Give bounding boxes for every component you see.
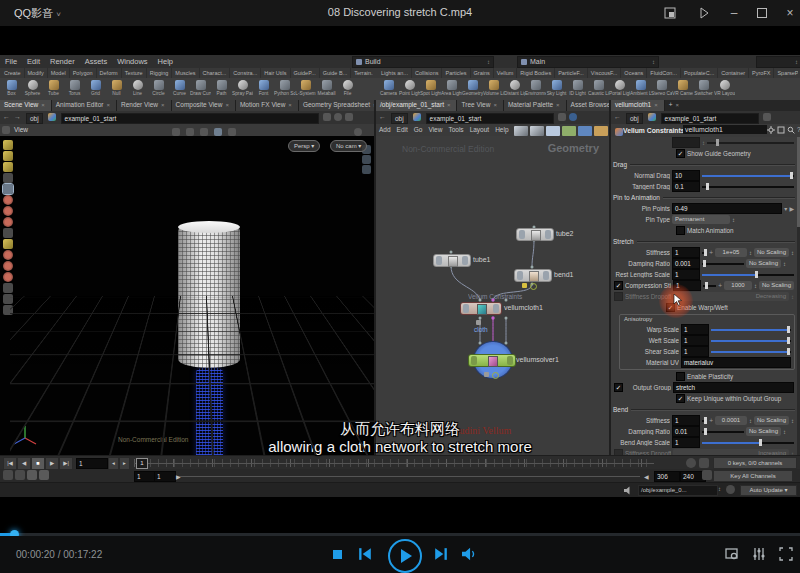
speaker-icon[interactable] bbox=[624, 486, 633, 495]
param-slider[interactable] bbox=[702, 171, 794, 180]
stepper-icon[interactable]: ↕ bbox=[718, 486, 721, 492]
path-node[interactable]: example_01_start bbox=[426, 113, 554, 124]
stop-button[interactable] bbox=[333, 550, 342, 559]
shelf-tab[interactable]: Modify bbox=[25, 68, 48, 78]
param-field[interactable]: 10 bbox=[672, 170, 700, 181]
pick-arrow-icon[interactable]: ▶ bbox=[789, 205, 794, 212]
key-camera-icon[interactable] bbox=[702, 470, 712, 480]
camera-list-icon[interactable] bbox=[362, 155, 371, 164]
shelf-tool[interactable]: L-System bbox=[295, 79, 316, 96]
select-objects-icon[interactable] bbox=[172, 128, 180, 136]
select-points-icon[interactable] bbox=[186, 128, 194, 136]
net-tool-icon[interactable] bbox=[594, 126, 608, 136]
stepper-icon[interactable]: ↕ bbox=[783, 261, 786, 267]
range-end-handle-icon[interactable]: ◀ bbox=[644, 473, 649, 480]
pane-tab[interactable]: Material Palette bbox=[504, 100, 567, 111]
topo-tool-icon[interactable] bbox=[3, 272, 13, 282]
pane-tab[interactable]: Asset Browser bbox=[567, 100, 609, 111]
shelf-tool[interactable]: Volume Light bbox=[483, 79, 504, 96]
param-slider[interactable] bbox=[711, 336, 791, 345]
pane-tab[interactable]: Motion FX View bbox=[236, 100, 299, 111]
menu-item[interactable]: Help bbox=[153, 55, 178, 66]
net-tool-icon[interactable] bbox=[514, 126, 528, 136]
stepper-icon[interactable]: ↕ bbox=[754, 283, 757, 289]
shelf-tab[interactable]: GuideP... bbox=[291, 68, 320, 78]
expand-icon[interactable] bbox=[777, 126, 785, 134]
path-root[interactable]: obj bbox=[391, 113, 408, 124]
pin-icon[interactable] bbox=[323, 113, 331, 121]
close-button[interactable]: × bbox=[782, 5, 798, 21]
refresh-icon[interactable] bbox=[726, 485, 735, 494]
shelf-tool[interactable]: Box bbox=[1, 79, 22, 96]
layout-split-icon[interactable] bbox=[345, 113, 353, 121]
shelf-tool[interactable]: Path bbox=[211, 79, 232, 96]
pin-icon[interactable] bbox=[763, 113, 771, 121]
next-button[interactable] bbox=[434, 547, 448, 561]
shelf-tab[interactable]: SparsePy... bbox=[774, 68, 798, 78]
param-field[interactable]: 1 bbox=[672, 247, 700, 258]
section-stretch[interactable]: Stretch bbox=[611, 236, 797, 247]
maximize-button[interactable] bbox=[754, 5, 770, 21]
param-mini-slider[interactable] bbox=[702, 248, 707, 257]
shelf-tool[interactable]: Distant Light bbox=[504, 79, 525, 96]
shelf-tab[interactable]: Terrain... bbox=[351, 68, 373, 78]
shelf-tab[interactable]: Deform bbox=[97, 68, 122, 78]
shelf-tab[interactable]: Create bbox=[1, 68, 25, 78]
snap-icon[interactable] bbox=[214, 128, 222, 136]
shelf-tab[interactable]: Rigid Bodies bbox=[517, 68, 555, 78]
previous-button[interactable] bbox=[358, 547, 372, 561]
scale-value-button[interactable]: 1e+05 bbox=[715, 248, 747, 257]
forward-icon[interactable]: → bbox=[14, 113, 21, 120]
shelf-tab[interactable]: Particles bbox=[442, 68, 470, 78]
shelf-tool[interactable]: Geometry Light bbox=[462, 79, 483, 96]
checkbox-checked[interactable]: ✓ bbox=[676, 149, 685, 158]
node-bend1[interactable] bbox=[514, 269, 552, 282]
shelf-tool[interactable]: Grid bbox=[85, 79, 106, 96]
shelf-tool[interactable]: Caustic Light bbox=[588, 79, 609, 96]
net-tool-icon[interactable] bbox=[546, 126, 560, 136]
network-editor[interactable]: Non-Commercial Edition Geometry bbox=[376, 136, 609, 455]
view-projection-pill[interactable]: Persp ▾ bbox=[288, 140, 320, 152]
fullscreen-button[interactable] bbox=[779, 547, 793, 561]
construction-plane-icon[interactable] bbox=[228, 128, 236, 136]
desktop-selector[interactable]: Build↕ bbox=[352, 56, 494, 68]
menu-item[interactable]: Assets bbox=[80, 55, 113, 66]
shelf-tool[interactable]: Curve bbox=[169, 79, 190, 96]
key-all-channels-button[interactable]: Key All Channels bbox=[713, 470, 793, 482]
pane-tab[interactable]: Tree View bbox=[457, 100, 503, 111]
net-tool-icon[interactable] bbox=[562, 126, 576, 136]
viewport-3d[interactable]: Persp ▾ No cam ▾ Non-Commercial Edition bbox=[0, 136, 374, 455]
dropdown-icon[interactable]: ▾ bbox=[784, 205, 787, 212]
section-bend[interactable]: Bend bbox=[611, 404, 797, 415]
view-camera-pill[interactable]: No cam ▾ bbox=[330, 140, 367, 152]
attach-window-icon[interactable] bbox=[662, 5, 678, 21]
pose-tool-icon[interactable] bbox=[3, 162, 13, 172]
back-icon[interactable]: ← bbox=[3, 113, 10, 120]
frame-marker[interactable]: 1 bbox=[136, 458, 148, 469]
shelf-tool[interactable]: Metaball bbox=[316, 79, 337, 96]
shelf-tab[interactable]: Guide B... bbox=[320, 68, 351, 78]
shelf-tool[interactable]: Sphere bbox=[22, 79, 43, 96]
play-button[interactable] bbox=[388, 539, 422, 573]
volume-button[interactable] bbox=[462, 547, 477, 561]
timeline-ruler[interactable] bbox=[134, 459, 654, 467]
param-field[interactable]: materialuv bbox=[681, 357, 791, 368]
select-prims-icon[interactable] bbox=[200, 128, 208, 136]
minimize-button[interactable]: – bbox=[726, 5, 742, 21]
shelf-tool[interactable]: ID Light bbox=[567, 79, 588, 96]
shelf-tool[interactable]: Python Script bbox=[274, 79, 295, 96]
shelf-tool[interactable]: VR Camera bbox=[672, 79, 693, 96]
rotate-tool-icon[interactable] bbox=[3, 206, 13, 216]
param-field[interactable]: 1 bbox=[681, 346, 709, 357]
sim-cache-icon[interactable] bbox=[39, 470, 49, 480]
globe-icon[interactable] bbox=[569, 113, 577, 121]
shade-mode-icon[interactable] bbox=[362, 165, 371, 174]
shelf-tab[interactable]: Grains bbox=[471, 68, 494, 78]
shelf-tool[interactable]: Torus bbox=[64, 79, 85, 96]
shelf-tab[interactable]: Container bbox=[718, 68, 749, 78]
network-menu-item[interactable]: Go bbox=[411, 124, 426, 133]
shelf-tab[interactable]: Charact... bbox=[200, 68, 231, 78]
snapshot-tool-icon[interactable] bbox=[3, 305, 13, 315]
node-vellumsolver1[interactable] bbox=[468, 354, 516, 367]
param-mini-slider[interactable] bbox=[703, 281, 716, 290]
